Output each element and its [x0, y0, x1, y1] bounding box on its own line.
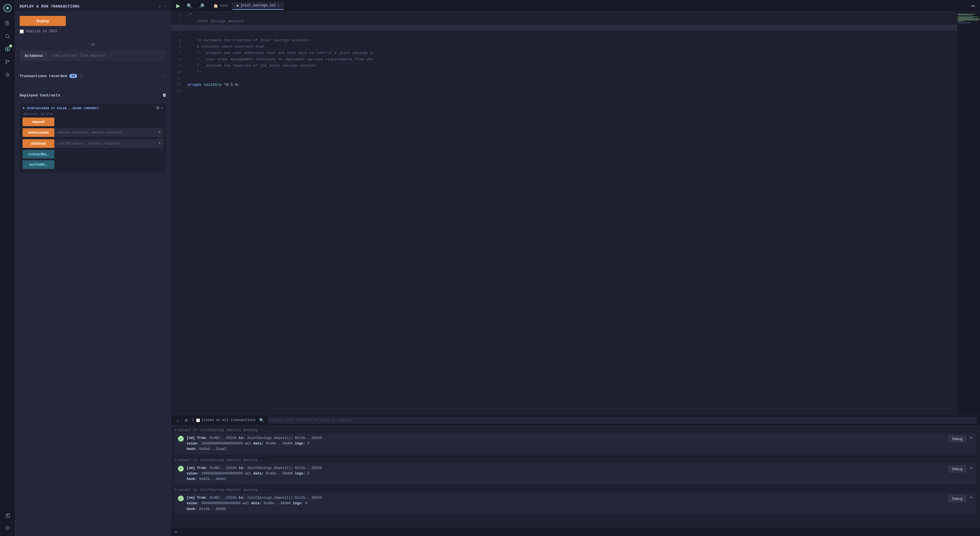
publish-ipfs-checkbox[interactable] — [20, 29, 24, 33]
sidebar-content: Deploy Publish to IPFS OR At Address Tra… — [15, 12, 171, 177]
expand-msg-1-icon[interactable]: ▼ — [969, 436, 973, 440]
deploy-badge — [9, 44, 12, 48]
minimap-lines — [957, 12, 980, 24]
debug-button-3[interactable]: Debug — [948, 495, 966, 502]
deposit-button[interactable]: deposit — [22, 117, 54, 126]
set-accounts-input[interactable] — [54, 128, 156, 137]
search-sidebar-icon[interactable] — [2, 31, 13, 42]
code-line-6: 6 a solidity smart contract that — [171, 44, 957, 50]
zoom-out-button[interactable]: 🔍 — [185, 2, 194, 10]
file-tabs: 🏠 Home ◆ joint_savings.sol ✕ — [209, 2, 966, 10]
search-console-icon[interactable]: 🔍 — [258, 417, 266, 423]
pending-msg-1: transact to JointSavings.deposit pending… — [175, 427, 977, 433]
code-line-10: 10 */ — [171, 69, 957, 75]
gear-icon[interactable] — [2, 522, 13, 534]
debug-sidebar-icon[interactable] — [2, 69, 13, 80]
trash-icon[interactable]: 🗑 — [162, 93, 166, 98]
contract-icons: ⧉ ✕ — [156, 106, 163, 111]
play-button[interactable]: ▶ — [175, 2, 182, 10]
set-accounts-row: setAccounts ▼ — [22, 128, 163, 137]
tx-msg-2: ✓ [vm] from: 0x4B2...C02db to: JointSavi… — [175, 463, 977, 485]
withdraw-button[interactable]: withdraw — [22, 139, 54, 148]
set-accounts-dropdown-icon[interactable]: ▼ — [156, 128, 163, 137]
withdraw-dropdown-icon[interactable]: ▼ — [156, 139, 163, 148]
code-editor: 1 /* 2 Joint Savings Account 3 ---------… — [171, 12, 957, 415]
sidebar-panel: DEPLOY & RUN TRANSACTIONS ✓ › Deploy Pub… — [15, 0, 171, 536]
console-input-row: > — [171, 528, 980, 536]
debug-button-1[interactable]: Debug — [948, 436, 966, 442]
console-toolbar: ⌄ ⊘ 0 listen on all transactions 🔍 — [171, 415, 980, 426]
tab-joint-savings-label: joint_savings.sol — [240, 3, 275, 8]
divider-1 — [20, 38, 166, 38]
expand-editor-icon[interactable]: ⇔ — [969, 2, 977, 10]
zoom-in-button[interactable]: 🔎 — [197, 2, 206, 10]
svg-rect-6 — [6, 24, 8, 24]
at-address-row: At Address — [20, 51, 166, 61]
console-count: 0 — [192, 418, 194, 422]
contract-item-header: ▼ JOINTSAVINGS AT 0X11B...2D2B9 (MEMORY)… — [22, 106, 163, 111]
svg-point-14 — [6, 527, 8, 529]
code-line-1: 1 /* — [171, 12, 957, 18]
main-area: ▶ 🔍 🔎 🏠 Home ◆ joint_savings.sol ✕ ⇔ — [171, 0, 980, 536]
debug-button-2[interactable]: Debug — [948, 466, 966, 473]
home-icon: 🏠 — [213, 3, 218, 8]
tx-msg-3: ✓ [vm] from: 0x4B2...C02db to: JointSavi… — [175, 493, 977, 514]
expand-msg-3-icon[interactable]: ▼ — [969, 495, 973, 500]
last-to-withdraw-button[interactable]: lastToWit... — [22, 160, 54, 169]
code-line-4: 4 — [171, 31, 957, 37]
console-msg-2: transact to JointSavings.deposit pending… — [175, 457, 977, 485]
svg-line-8 — [8, 38, 10, 39]
settings-tools-icon[interactable] — [2, 509, 13, 521]
at-address-button[interactable]: At Address — [20, 51, 48, 61]
deposit-row: deposit — [22, 117, 163, 126]
contract-balance-row: contractBa... — [22, 150, 163, 159]
at-address-input[interactable] — [48, 51, 166, 61]
code-line-8: 8 * uses ether management functions to i… — [171, 56, 957, 63]
svg-point-2 — [6, 7, 8, 9]
publish-ipfs-label: Publish to IPFS — [26, 29, 57, 33]
deploy-button[interactable]: Deploy — [20, 16, 66, 26]
arrow-right-icon[interactable]: › — [164, 4, 166, 9]
tab-joint-savings[interactable]: ◆ joint_savings.sol ✕ — [232, 2, 284, 10]
tx-content-2: [vm] from: 0x4B2...C02db to: JointSaving… — [187, 466, 946, 482]
success-icon-1: ✓ — [178, 436, 184, 442]
listen-checkbox-row: listen on all transactions — [196, 418, 255, 422]
sidebar-title: DEPLOY & RUN TRANSACTIONS — [20, 4, 80, 9]
code-line-12: 12 pragma solidity ^0.5.0; — [171, 82, 957, 88]
tab-close-icon[interactable]: ✕ — [277, 4, 279, 8]
code-line-9: 9 * provide the features of the joint sa… — [171, 63, 957, 69]
expand-msg-2-icon[interactable]: ▼ — [969, 466, 973, 470]
svg-point-7 — [5, 35, 9, 38]
copy-icon[interactable]: ⧉ — [156, 106, 159, 111]
console-clear-icon[interactable]: ⊘ — [183, 417, 189, 423]
tab-home-label: Home — [220, 4, 228, 8]
svg-point-9 — [6, 49, 8, 50]
contract-chevron-down-icon[interactable]: ▼ — [22, 106, 25, 110]
svg-point-13 — [7, 515, 8, 516]
code-line-5: 5 To automate the creation of joint savi… — [171, 37, 957, 44]
transactions-expand-icon[interactable]: › — [164, 74, 166, 78]
transactions-label: Transactions recorded — [20, 74, 67, 78]
listen-all-checkbox[interactable] — [196, 419, 200, 422]
console-search-input[interactable] — [268, 417, 977, 423]
logo-icon — [2, 2, 13, 14]
sidebar-header: DEPLOY & RUN TRANSACTIONS ✓ › — [15, 0, 171, 12]
svg-rect-5 — [6, 23, 8, 24]
withdraw-input[interactable] — [54, 139, 156, 148]
git-icon[interactable] — [2, 56, 13, 68]
close-contract-icon[interactable]: ✕ — [161, 106, 163, 111]
files-icon[interactable] — [2, 18, 13, 29]
contract-item: ▼ JOINTSAVINGS AT 0X11B...2D2B9 (MEMORY)… — [20, 103, 166, 173]
deploy-icon[interactable] — [2, 43, 13, 55]
code-line-2: 2 Joint Savings Account — [171, 18, 957, 25]
set-accounts-button[interactable]: setAccounts — [22, 128, 54, 137]
console-collapse-icon[interactable]: ⌄ — [175, 417, 181, 423]
divider-2 — [20, 65, 166, 66]
listen-label: listen on all transactions — [201, 418, 255, 422]
contract-name: JOINTSAVINGS AT 0X11B...2D2B9 (MEMORY) — [26, 106, 154, 110]
transactions-count-badge: 36 — [69, 74, 77, 78]
info-icon[interactable]: ⓘ — [80, 73, 83, 79]
tab-home[interactable]: 🏠 Home — [209, 2, 232, 10]
deployed-contracts-label: Deployed Contracts — [20, 93, 60, 98]
contract-balance-button[interactable]: contractBa... — [22, 150, 54, 159]
